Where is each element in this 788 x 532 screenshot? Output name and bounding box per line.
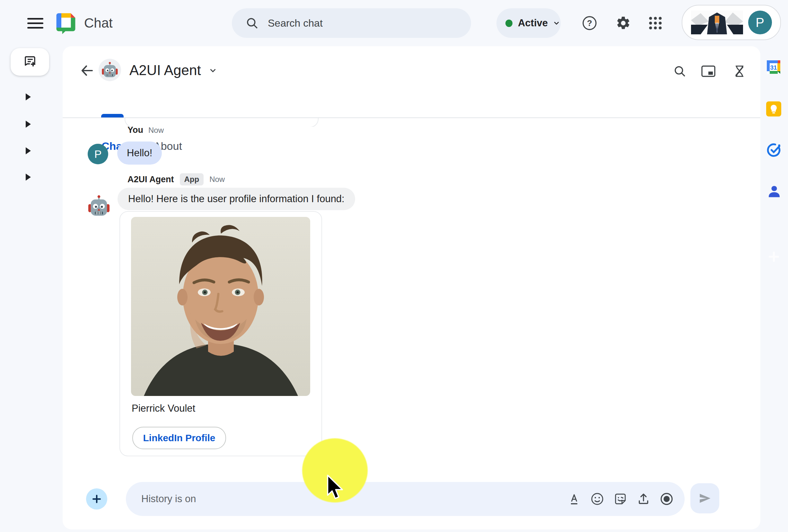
account-switcher[interactable]: P xyxy=(682,5,781,40)
sticker-button[interactable] xyxy=(609,487,632,511)
calendar-app-button[interactable]: 31 xyxy=(766,59,782,75)
contacts-app-button[interactable] xyxy=(767,184,781,199)
sticker-icon xyxy=(614,492,627,506)
pip-icon xyxy=(701,65,716,78)
back-button[interactable] xyxy=(79,63,95,78)
timestamp: Now xyxy=(209,175,225,184)
addons-plus-icon xyxy=(767,250,780,263)
robot-message-avatar xyxy=(88,195,110,217)
mouse-cursor xyxy=(326,474,344,500)
avatar: P xyxy=(748,11,772,34)
robot-icon xyxy=(101,62,118,78)
status-active-dot xyxy=(506,20,512,27)
search-in-conversation-button[interactable] xyxy=(673,64,687,78)
calendar-day-number: 31 xyxy=(770,64,777,71)
tasks-icon xyxy=(766,142,781,158)
message-meta-agent: A2UI Agent App Now xyxy=(127,173,225,185)
upload-button[interactable] xyxy=(632,487,655,511)
profile-photo xyxy=(131,217,310,396)
conversation-title[interactable]: A2UI Agent xyxy=(130,61,218,79)
back-arrow-icon xyxy=(79,63,95,78)
linkedin-profile-button[interactable]: LinkedIn Profile xyxy=(132,427,226,449)
search-icon xyxy=(673,64,687,78)
record-button[interactable] xyxy=(655,487,678,511)
agent-avatar xyxy=(99,59,121,81)
app-title: Chat xyxy=(84,15,113,31)
app-badge: App xyxy=(180,173,204,185)
message-bubble-you[interactable]: Hello! xyxy=(117,142,162,165)
rail-section-toggle-4[interactable] xyxy=(26,173,31,181)
send-icon xyxy=(698,492,712,505)
collapse-arrow-icon xyxy=(26,147,31,154)
keep-icon xyxy=(766,101,781,117)
new-chat-compose-icon xyxy=(22,54,38,69)
get-addons-button[interactable] xyxy=(767,250,780,263)
upload-icon xyxy=(637,492,650,506)
timestamp: Now xyxy=(149,126,164,135)
format-text-button[interactable] xyxy=(563,487,586,511)
search-input[interactable]: Search chat xyxy=(268,17,323,29)
history-toggle-button[interactable] xyxy=(732,64,747,78)
sender-name: A2UI Agent xyxy=(127,175,174,184)
compose-add-button[interactable] xyxy=(86,488,107,510)
contacts-icon xyxy=(767,184,781,199)
rail-section-toggle-3[interactable] xyxy=(26,147,31,154)
collapse-arrow-icon xyxy=(26,173,31,181)
record-icon xyxy=(659,492,674,506)
message-meta-you: You Now xyxy=(127,125,164,135)
message-bubble-agent[interactable]: Hello! Here is the user profile informat… xyxy=(118,188,355,210)
profile-name: Pierrick Voulet xyxy=(132,403,195,414)
apps-grid-icon xyxy=(648,16,663,30)
chevron-down-icon xyxy=(552,19,561,27)
search-icon xyxy=(245,16,259,30)
tasks-app-button[interactable] xyxy=(766,142,781,158)
calendar-icon: 31 xyxy=(766,59,782,75)
open-in-window-button[interactable] xyxy=(701,65,716,78)
svg-text:?: ? xyxy=(587,18,592,28)
search-bar[interactable]: Search chat xyxy=(232,8,471,38)
help-icon: ? xyxy=(582,15,597,31)
profile-artwork xyxy=(691,11,743,34)
collapse-arrow-icon xyxy=(26,121,31,128)
collapse-arrow-icon xyxy=(26,94,31,100)
history-hourglass-icon xyxy=(732,64,747,78)
format-text-icon xyxy=(568,493,580,505)
messages-clip xyxy=(63,118,761,127)
help-button[interactable]: ? xyxy=(582,15,597,31)
conversation-panel: A2UI Agent xyxy=(63,46,761,529)
emoji-button[interactable] xyxy=(586,487,609,511)
keep-app-button[interactable] xyxy=(766,101,781,117)
chevron-down-icon xyxy=(208,65,218,75)
status-label: Active xyxy=(518,17,548,29)
rail-section-toggle-1[interactable] xyxy=(26,94,31,100)
settings-gear-icon xyxy=(615,15,631,31)
settings-button[interactable] xyxy=(615,15,631,31)
compose-bar: History is on xyxy=(126,482,685,516)
google-chat-logo xyxy=(55,12,77,34)
emoji-icon xyxy=(591,492,604,506)
rail-section-toggle-2[interactable] xyxy=(26,121,31,128)
profile-card: Pierrick Voulet LinkedIn Profile xyxy=(119,211,322,456)
google-chat-app: Chat Search chat Active ? xyxy=(0,0,788,532)
google-apps-button[interactable] xyxy=(648,16,663,30)
avatar: P xyxy=(88,144,108,164)
page-title: A2UI Agent xyxy=(130,62,201,78)
new-chat-button[interactable] xyxy=(11,48,49,76)
add-plus-icon xyxy=(92,494,102,504)
main-menu-button[interactable] xyxy=(27,16,43,30)
send-button[interactable] xyxy=(690,483,719,513)
sender-name: You xyxy=(127,125,143,135)
status-selector[interactable]: Active xyxy=(496,8,561,38)
